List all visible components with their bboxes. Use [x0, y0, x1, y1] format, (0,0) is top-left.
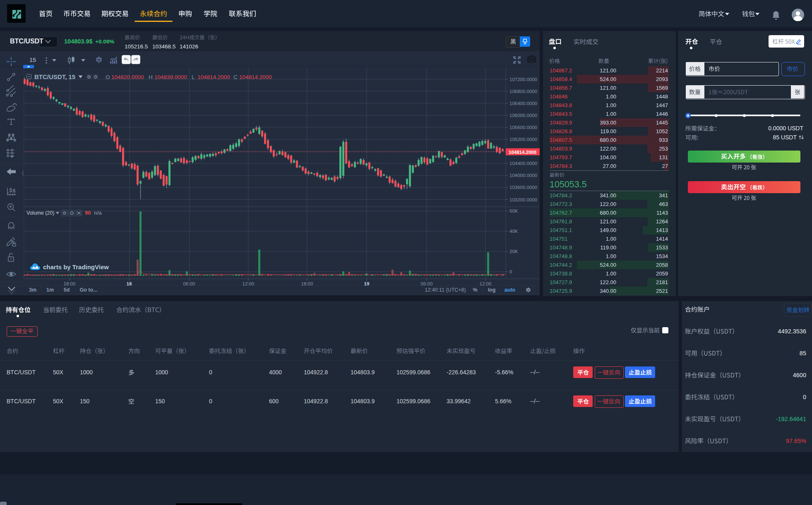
svg-text:106400.0000: 106400.0000	[509, 101, 537, 106]
svg-text:106800.0000: 106800.0000	[509, 89, 537, 94]
svg-text:105200.0000: 105200.0000	[509, 137, 537, 142]
svg-text:18:00: 18:00	[301, 281, 313, 285]
svg-text:18: 18	[127, 281, 132, 285]
svg-text:104814.2000: 104814.2000	[509, 150, 536, 155]
svg-text:103200.0000: 103200.0000	[509, 197, 537, 202]
svg-text:107200.0000: 107200.0000	[509, 77, 537, 82]
svg-text:105600.0000: 105600.0000	[509, 125, 537, 130]
svg-text:60K: 60K	[509, 208, 518, 213]
svg-text:106000.0000: 106000.0000	[509, 113, 537, 118]
svg-text:19: 19	[364, 281, 370, 285]
svg-text:104400.0000: 104400.0000	[509, 161, 537, 166]
svg-text:18:00: 18:00	[64, 281, 76, 285]
svg-text:0: 0	[509, 269, 512, 274]
svg-text:12:00: 12:00	[480, 281, 492, 285]
svg-text:103600.0000: 103600.0000	[509, 185, 537, 190]
svg-text:12:00: 12:00	[243, 281, 255, 285]
svg-text:104000.0000: 104000.0000	[509, 173, 537, 178]
svg-text:40K: 40K	[509, 229, 518, 234]
svg-text:06:00: 06:00	[183, 281, 195, 285]
svg-text:20K: 20K	[509, 249, 518, 254]
svg-text:06:00: 06:00	[421, 281, 433, 285]
